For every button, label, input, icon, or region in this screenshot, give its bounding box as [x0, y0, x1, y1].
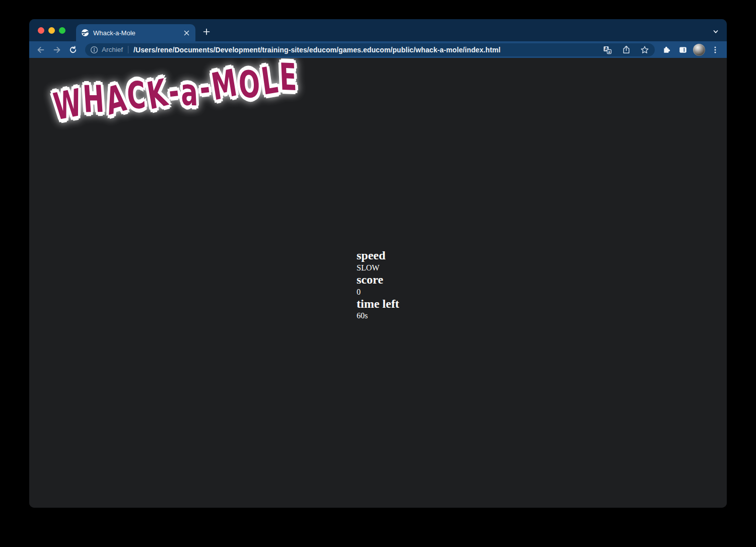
logo-letter: H	[82, 79, 105, 119]
logo-letter: W	[51, 82, 84, 127]
side-panel-button[interactable]	[677, 44, 689, 56]
tab-title: Whack-a-Mole	[93, 29, 178, 37]
arrow-right-icon	[52, 45, 61, 54]
score-label: score	[357, 273, 399, 287]
arrow-left-icon	[36, 45, 45, 54]
logo-letter: A	[103, 77, 129, 122]
browser-window: Whack-a-Mole	[29, 19, 727, 508]
kebab-menu-icon	[712, 46, 719, 54]
navigation-toolbar: Archief /Users/rene/Documents/Developmen…	[29, 41, 727, 58]
desktop-background: Whack-a-Mole	[0, 0, 756, 547]
globe-icon	[81, 29, 89, 37]
translate-icon[interactable]: A a	[602, 45, 612, 55]
browser-menu-button[interactable]	[709, 44, 721, 56]
side-panel-icon	[678, 45, 688, 54]
fullscreen-window-button[interactable]	[59, 27, 65, 34]
score-value: 0	[357, 287, 399, 297]
time-left-value: 60s	[357, 311, 399, 321]
logo-letter: K	[144, 72, 170, 116]
speed-label: speed	[357, 249, 399, 263]
game-logo: WHACK-a-MOLE	[50, 85, 418, 125]
minimize-window-button[interactable]	[48, 27, 55, 34]
plus-icon	[202, 28, 211, 36]
logo-letter: E	[279, 58, 298, 97]
back-button[interactable]	[34, 43, 47, 56]
close-icon[interactable]	[182, 29, 190, 37]
tab-whack-a-mole[interactable]: Whack-a-Mole	[76, 24, 195, 41]
puzzle-icon	[662, 45, 671, 54]
logo-letter: O	[237, 64, 261, 104]
reload-button[interactable]	[66, 43, 80, 56]
reload-icon	[68, 45, 78, 54]
logo-letter: L	[259, 59, 280, 101]
logo-letter: M	[209, 62, 239, 107]
address-bar[interactable]: Archief /Users/rene/Documents/Developmen…	[85, 43, 655, 56]
close-window-button[interactable]	[38, 27, 44, 34]
star-icon[interactable]	[640, 45, 650, 55]
site-label[interactable]: Archief	[102, 46, 123, 53]
svg-text:a: a	[608, 49, 610, 53]
tab-strip: Whack-a-Mole	[29, 19, 727, 41]
extensions-button[interactable]	[661, 44, 673, 56]
chevron-down-icon	[712, 28, 719, 35]
window-controls	[38, 27, 65, 34]
share-icon[interactable]	[621, 45, 631, 55]
logo-letter: C	[125, 75, 147, 115]
page-content: WHACK-a-MOLE speed SLOW score 0 time lef…	[29, 58, 727, 508]
time-left-label: time left	[357, 297, 399, 311]
profile-avatar[interactable]	[693, 44, 705, 56]
url-separator	[128, 46, 128, 53]
url-text[interactable]: /Users/rene/Documents/Development/traini…	[133, 46, 501, 54]
tab-search-button[interactable]	[710, 26, 722, 38]
forward-button[interactable]	[50, 43, 63, 56]
game-logo-text: WHACK-a-MOLE	[50, 58, 300, 125]
scoreboard: speed SLOW score 0 time left 60s	[357, 249, 399, 321]
speed-value: SLOW	[357, 263, 399, 273]
logo-letter: a	[180, 72, 198, 112]
new-tab-button[interactable]	[200, 25, 213, 38]
info-icon[interactable]	[90, 46, 98, 54]
